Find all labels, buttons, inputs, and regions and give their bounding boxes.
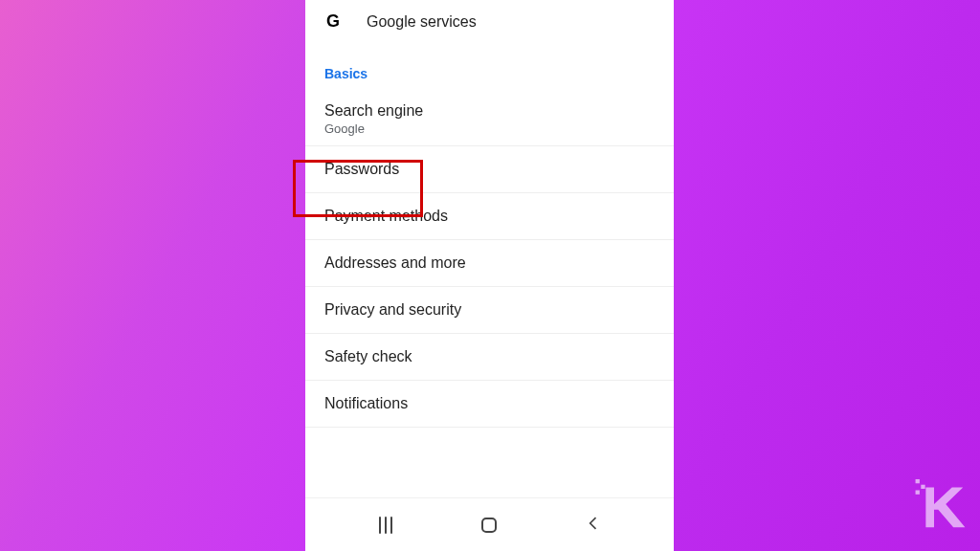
phone-frame: G Google services Basics Search engine G… (305, 0, 674, 551)
settings-item-addresses[interactable]: Addresses and more (305, 240, 674, 287)
google-services-label: Google services (367, 13, 477, 31)
payment-methods-title: Payment methods (324, 208, 655, 225)
google-icon: G (324, 11, 342, 32)
section-header-basics: Basics (305, 45, 674, 89)
notifications-title: Notifications (324, 395, 655, 412)
back-icon (584, 514, 603, 537)
settings-item-search-engine[interactable]: Search engine Google (305, 89, 674, 146)
back-button[interactable] (565, 506, 622, 544)
addresses-title: Addresses and more (324, 254, 655, 272)
settings-item-google-services[interactable]: G Google services (305, 0, 674, 45)
settings-item-notifications[interactable]: Notifications (305, 381, 674, 428)
watermark-logo (900, 467, 969, 540)
passwords-title: Passwords (324, 161, 655, 178)
privacy-security-title: Privacy and security (324, 301, 655, 319)
search-engine-title: Search engine (324, 102, 655, 120)
svg-rect-2 (916, 490, 920, 494)
settings-list: G Google services Basics Search engine G… (305, 0, 674, 497)
home-button[interactable] (460, 506, 518, 544)
android-nav-bar (305, 497, 674, 551)
settings-item-safety-check[interactable]: Safety check (305, 334, 674, 381)
recents-button[interactable] (357, 506, 414, 544)
settings-item-payment-methods[interactable]: Payment methods (305, 193, 674, 240)
search-engine-value: Google (324, 121, 655, 136)
safety-check-title: Safety check (324, 348, 655, 365)
svg-rect-1 (921, 485, 924, 489)
recents-icon (379, 517, 392, 534)
settings-item-privacy-security[interactable]: Privacy and security (305, 287, 674, 334)
svg-rect-0 (916, 479, 920, 483)
home-icon (481, 518, 497, 533)
settings-item-passwords[interactable]: Passwords (305, 146, 674, 193)
